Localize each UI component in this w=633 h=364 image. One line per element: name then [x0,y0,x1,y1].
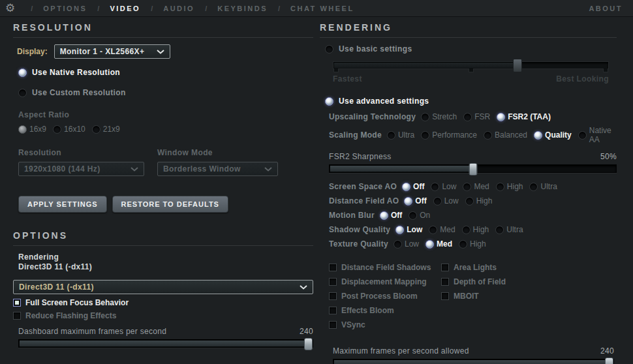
rendering-api-dropdown[interactable]: Direct3D 11 (-dx11) [13,280,313,294]
radio-dot [463,113,472,121]
resolution-dropdown-row: Resolution 1920x1080 (144 Hz) Window Mod… [18,148,313,176]
display-row: Display: Monitor 1 - XL2566X+ [17,44,313,59]
checkbox-reduce-flashing-effects[interactable]: Reduce Flashing Effects [13,311,313,320]
checkbox-post-process-bloom[interactable]: Post Process Bloom [329,292,441,301]
resolution-column: RESOLUTION Display: Monitor 1 - XL2566X+… [13,22,313,348]
topbar: ⚙ /OPTIONS/VIDEO/AUDIO/KEYBINDS/CHAT WHE… [0,0,633,17]
checkbox-effects-bloom[interactable]: Effects Bloom [329,306,441,315]
radio-aspect-ratio-16x9: 16x9 [18,125,46,134]
slider-thumb[interactable] [469,163,477,175]
checkbox-displacement-mapping[interactable]: Displacement Mapping [329,277,441,286]
radio-texture-quality-high[interactable]: High [459,239,486,249]
checkbox-full-screen-focus-behavior[interactable]: Full Screen Focus Behavior [13,298,313,307]
setting-row-label: Motion Blur [329,211,375,220]
aspect-ratio-label: Aspect Ratio [18,110,313,119]
slider-fill [20,341,312,346]
checkbox-label: MBOIT [454,292,479,301]
nav-separator: / [278,5,280,12]
checkbox-box [441,278,449,286]
radio-shadow-quality-med[interactable]: Med [429,225,455,234]
options-checkboxes: Full Screen Focus BehaviorReduce Flashin… [13,298,313,320]
checkbox-label: Area Lights [454,263,497,272]
slider-thumb[interactable] [605,357,613,364]
fsr2-sharpness-slider[interactable] [329,164,617,173]
radio-label: Low [405,239,419,249]
radio-screen-space-ao-off[interactable]: Off [402,182,424,191]
radio-screen-space-ao-low[interactable]: Low [431,182,456,191]
radio-distance-field-ao-low[interactable]: Low [433,196,459,205]
radio-motion-blur-off[interactable]: Off [380,211,402,220]
radio-dot [409,211,417,220]
display-monitor-dropdown[interactable]: Monitor 1 - XL2566X+ [54,44,170,59]
radio-dot [18,68,27,77]
radio-dot [404,197,412,205]
radio-label: Ultra [540,182,557,191]
max-fps-slider[interactable] [333,359,614,364]
tab-chat-wheel[interactable]: CHAT WHEEL [290,5,354,12]
radio-label: Off [391,211,402,220]
tab-audio[interactable]: AUDIO [163,5,194,12]
checkbox-distance-field-shadows[interactable]: Distance Field Shadows [329,263,441,272]
radio-use-advanced-settings[interactable]: Use advanced settings [325,97,617,106]
checkbox-box [329,292,337,300]
radio-label: Low [407,225,422,234]
window-mode-value: Borderless Window [163,164,241,174]
tab-options[interactable]: OPTIONS [43,5,87,12]
checkbox-box [13,299,21,307]
radio-dot [529,183,538,191]
radio-label: FSR [474,112,490,121]
window-mode-stack: Window Mode Borderless Window [157,148,278,176]
radio-texture-quality-low[interactable]: Low [394,239,419,249]
radio-screen-space-ao-high[interactable]: High [496,182,523,191]
setting-row-label: Shadow Quality [329,225,390,234]
radio-motion-blur-on[interactable]: On [409,211,430,220]
checkbox-area-lights[interactable]: Area Lights [441,263,506,272]
basic-quality-slider[interactable] [333,61,609,69]
slider-thumb[interactable] [304,338,313,350]
slider-thumb[interactable] [513,59,522,72]
radio-upscaling-technology-stretch[interactable]: Stretch [421,112,457,121]
tab-keybinds[interactable]: KEYBINDS [217,5,268,12]
resolution-buttons: APPLY SETTINGS RESTORE TO DEFAULTS [18,196,313,213]
radio-screen-space-ao-med[interactable]: Med [463,182,489,191]
radio-texture-quality-med[interactable]: Med [425,239,452,249]
resolution-dropdown-label: Resolution [18,148,144,157]
window-mode-dropdown[interactable]: Borderless Window [157,162,278,176]
resolution-dropdown[interactable]: 1920x1080 (144 Hz) [18,162,144,176]
radio-scaling-mode-quality[interactable]: Quality [534,130,572,140]
radio-label: Use Native Resolution [32,68,120,77]
setting-row-upscaling-technology: Upscaling TechnologyStretchFSRFSR2 (TAA) [329,112,617,121]
dashboard-fps-slider[interactable] [18,339,313,348]
basic-slider-fastest-label: Fastest [333,74,362,83]
checkbox-col-1: Distance Field ShadowsDisplacement Mappi… [329,258,441,329]
gear-icon[interactable]: ⚙ [5,3,15,14]
tab-about[interactable]: ABOUT [589,5,623,12]
radio-upscaling-technology-fsr[interactable]: FSR [463,112,490,121]
radio-screen-space-ao-ultra[interactable]: Ultra [529,182,557,191]
radio-dot [425,240,434,249]
radio-use-basic-settings[interactable]: Use basic settings [325,44,617,53]
effects-checkbox-grid: Distance Field ShadowsDisplacement Mappi… [329,258,617,329]
checkbox-mboit[interactable]: MBOIT [441,292,506,301]
radio-scaling-mode-balanced[interactable]: Balanced [484,130,527,140]
checkbox-depth-of-field[interactable]: Depth of Field [441,277,506,286]
radio-use-native-resolution[interactable]: Use Native Resolution [18,68,313,77]
checkbox-vsync[interactable]: VSync [329,320,441,329]
radio-scaling-mode-native-aa[interactable]: Native AA [578,126,611,144]
radio-shadow-quality-high[interactable]: High [462,225,489,234]
radio-shadow-quality-low[interactable]: Low [395,225,422,234]
radio-use-custom-resolution[interactable]: Use Custom Resolution [18,88,313,97]
radio-distance-field-ao-high[interactable]: High [465,196,493,205]
tab-video[interactable]: VIDEO [110,5,140,12]
radio-shadow-quality-ultra[interactable]: Ultra [495,225,523,234]
nav-separator: / [31,5,33,12]
radio-scaling-mode-ultra[interactable]: Ultra [387,130,414,140]
restore-defaults-button[interactable]: RESTORE TO DEFAULTS [112,196,228,213]
checkbox-box [329,321,337,329]
radio-scaling-mode-performance[interactable]: Performance [421,130,477,140]
radio-dot [459,240,467,249]
radio-upscaling-technology-fsr2-taa[interactable]: FSR2 (TAA) [497,112,551,121]
radio-distance-field-ao-off[interactable]: Off [404,196,426,205]
apply-settings-button[interactable]: APPLY SETTINGS [18,196,107,213]
radio-aspect-ratio-21x9: 21x9 [92,125,120,134]
